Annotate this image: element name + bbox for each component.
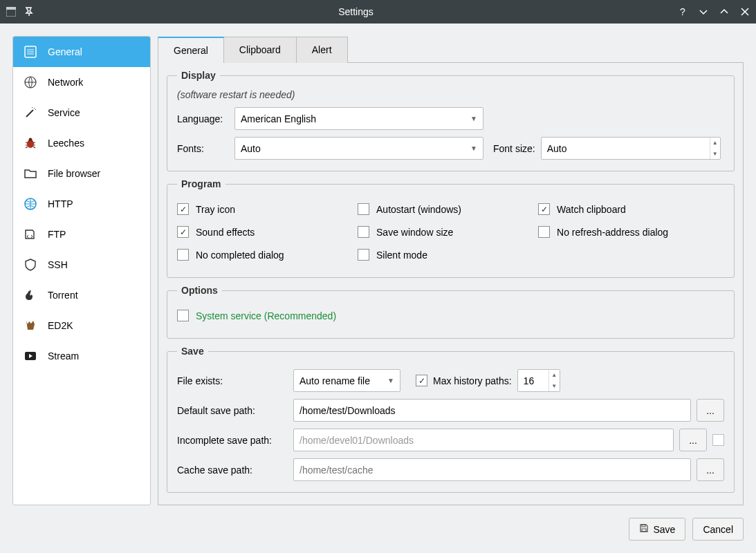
sidebar: General Network Service Leeches File bro… [12, 36, 151, 505]
program-legend: Program [177, 178, 225, 189]
sidebar-item-filebrowser[interactable]: File browser [13, 158, 150, 189]
play-icon [23, 348, 38, 364]
sidebar-item-label: File browser [48, 168, 100, 179]
default-path-label: Default save path: [177, 405, 288, 416]
sidebar-item-label: General [48, 46, 82, 57]
network-icon [23, 75, 38, 90]
cache-path-input[interactable] [293, 458, 691, 481]
sidebar-item-ed2k[interactable]: ED2K [13, 310, 150, 341]
sidebar-item-label: SSH [48, 259, 68, 270]
maximize-icon[interactable] [719, 6, 730, 17]
incomplete-path-browse-button[interactable]: ... [679, 429, 707, 451]
tray-icon-checkbox[interactable] [177, 203, 189, 215]
sidebar-item-leeches[interactable]: Leeches [13, 128, 150, 158]
save-disk-icon [639, 523, 649, 535]
file-exists-label: File exists: [177, 375, 288, 386]
close-icon[interactable] [739, 6, 750, 17]
spinner-up-icon[interactable]: ▲ [549, 370, 560, 381]
sidebar-item-network[interactable]: Network [13, 67, 150, 97]
sidebar-item-http[interactable]: HTTP [13, 189, 150, 219]
options-legend: Options [177, 285, 222, 296]
save-legend: Save [177, 346, 208, 357]
max-history-input[interactable] [518, 370, 548, 391]
sidebar-item-label: Stream [48, 350, 79, 362]
incomplete-path-input[interactable] [293, 429, 674, 451]
file-exists-combo[interactable]: Auto rename file ▼ [293, 369, 400, 392]
program-group: Program Tray icon Autostart (windows) Wa… [167, 178, 735, 278]
autostart-checkbox[interactable] [358, 203, 369, 215]
fonts-combo[interactable]: Auto ▼ [234, 137, 483, 160]
sidebar-item-label: FTP [48, 229, 66, 240]
spinner-up-icon[interactable]: ▲ [710, 138, 720, 149]
sidebar-item-label: HTTP [48, 198, 73, 209]
tab-clipboard[interactable]: Clipboard [224, 37, 297, 63]
no-refresh-dialog-checkbox[interactable] [538, 226, 550, 238]
incomplete-path-label: Incomplete save path: [177, 435, 288, 446]
help-icon[interactable]: ? [677, 6, 688, 17]
system-service-checkbox[interactable] [177, 310, 189, 321]
language-combo[interactable]: American English ▼ [234, 107, 483, 130]
default-path-input[interactable] [293, 399, 691, 422]
chevron-down-icon: ▼ [470, 144, 477, 152]
globe-icon [23, 196, 38, 212]
sidebar-item-ssh[interactable]: SSH [13, 250, 150, 280]
footer: Save Cancel [12, 512, 744, 541]
silent-mode-checkbox[interactable] [358, 249, 369, 261]
svg-rect-8 [642, 525, 645, 527]
wand-icon [23, 105, 38, 120]
sidebar-item-stream[interactable]: Stream [13, 341, 150, 371]
tabs: General Clipboard Alert [158, 36, 744, 62]
sidebar-item-label: Network [48, 77, 83, 88]
fonts-label: Fonts: [177, 143, 229, 154]
options-group: Options System service (Recommended) [167, 285, 735, 339]
language-label: Language: [177, 113, 229, 124]
sidebar-item-torrent[interactable]: Torrent [13, 280, 150, 310]
sidebar-item-ftp[interactable]: FTP [13, 219, 150, 250]
minimize-icon[interactable] [698, 6, 709, 17]
spinner-down-icon[interactable]: ▼ [549, 381, 560, 392]
incomplete-path-toggle[interactable] [712, 434, 724, 446]
shield-icon [23, 257, 38, 272]
watch-clipboard-checkbox[interactable] [538, 203, 550, 215]
sidebar-item-label: Leeches [48, 138, 84, 149]
sound-effects-checkbox[interactable] [177, 226, 189, 238]
fontsize-spinner[interactable]: ▲▼ [541, 137, 721, 160]
bug-icon [23, 135, 38, 151]
folder-icon [23, 166, 38, 181]
flame-icon [23, 288, 38, 303]
display-legend: Display [177, 70, 220, 81]
cache-path-label: Cache save path: [177, 465, 288, 476]
pin-icon[interactable] [24, 6, 35, 17]
sidebar-item-label: ED2K [48, 320, 73, 331]
window-title: Settings [35, 6, 677, 17]
spinner-down-icon[interactable]: ▼ [710, 149, 720, 160]
save-button[interactable]: Save [629, 518, 685, 541]
fontsize-label: Font size: [493, 143, 535, 154]
svg-point-5 [29, 138, 33, 142]
tab-alert[interactable]: Alert [297, 37, 348, 63]
sidebar-item-general[interactable]: General [13, 37, 150, 67]
max-history-label: Max history paths: [433, 375, 512, 386]
save-window-size-checkbox[interactable] [358, 226, 369, 238]
cache-path-browse-button[interactable]: ... [697, 458, 724, 481]
restart-note: (software restart is needed) [177, 89, 724, 100]
titlebar: Settings ? [0, 0, 756, 24]
max-history-checkbox[interactable] [416, 375, 427, 386]
max-history-spinner[interactable]: ▲▼ [517, 369, 560, 392]
sidebar-item-service[interactable]: Service [13, 97, 150, 128]
chevron-down-icon: ▼ [387, 377, 394, 384]
no-completed-dialog-checkbox[interactable] [177, 249, 189, 261]
svg-rect-1 [6, 7, 16, 10]
default-path-browse-button[interactable]: ... [697, 399, 724, 422]
ftp-icon [23, 227, 38, 242]
fontsize-input[interactable] [542, 138, 710, 159]
app-menu-icon[interactable] [6, 6, 17, 17]
sidebar-item-label: Torrent [48, 290, 78, 301]
donkey-icon [23, 318, 38, 333]
chevron-down-icon: ▼ [470, 115, 477, 122]
sliders-icon [23, 44, 38, 59]
cancel-button[interactable]: Cancel [692, 518, 744, 541]
display-group: Display (software restart is needed) Lan… [167, 70, 735, 171]
settings-panel: General Clipboard Alert Display (softwar… [158, 36, 744, 505]
tab-general[interactable]: General [158, 37, 224, 63]
